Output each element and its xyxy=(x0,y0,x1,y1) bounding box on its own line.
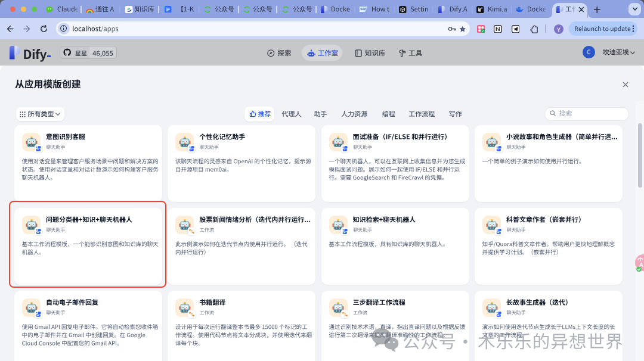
svg-text:SAP: SAP xyxy=(360,8,366,11)
